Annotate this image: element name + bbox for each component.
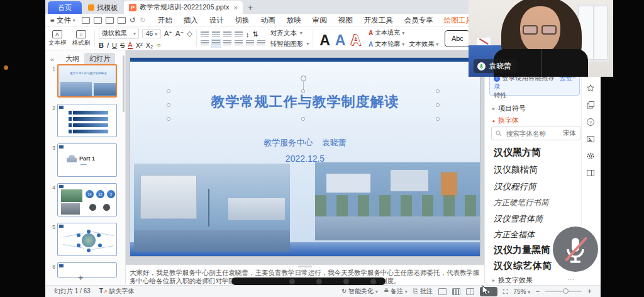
tab-slides[interactable]: 幻灯片 [84, 53, 115, 65]
text-preset-black[interactable]: Abc [445, 30, 470, 47]
menu-item-view[interactable]: 视图 [333, 16, 358, 25]
font-item[interactable]: 方正全福体 [494, 229, 535, 240]
selection-handle[interactable] [301, 117, 305, 121]
sidebar-scrollbar[interactable] [123, 55, 125, 112]
section-text-effects[interactable]: ▸ 换文字效果 [492, 276, 533, 285]
font-item[interactable]: 方正硬笔行书简 [494, 198, 549, 208]
bullet-list-icon[interactable] [201, 31, 209, 38]
zoom-slider-knob[interactable] [563, 288, 569, 294]
superscript-button[interactable]: X² [136, 42, 143, 49]
tab-document[interactable]: P 教学常规培训-20221205.pptx × [124, 1, 243, 14]
meeting-control-bar[interactable] [231, 277, 386, 285]
file-menu[interactable]: ≡ 文件 ▾ [50, 16, 75, 25]
align-center-icon[interactable] [212, 40, 220, 47]
section-change-font[interactable]: ▴ 换字体 [492, 116, 519, 125]
selection-handle[interactable] [167, 89, 170, 93]
menu-item-design[interactable]: 设计 [204, 16, 230, 25]
distribute-icon[interactable] [246, 40, 254, 47]
wordart-style-black[interactable]: A [319, 31, 330, 50]
decrease-font-icon[interactable]: A⁻ [175, 30, 184, 38]
export-icon[interactable] [94, 17, 102, 24]
increase-font-icon[interactable]: A⁺ [164, 30, 172, 38]
bold-button[interactable]: B [99, 42, 104, 49]
text-direction-icon[interactable]: ↕ [246, 31, 250, 38]
print-icon[interactable] [106, 17, 114, 24]
more-options[interactable]: ⋯ [567, 276, 575, 284]
font-color-button[interactable]: A [128, 42, 132, 49]
menu-item-animation[interactable]: 动画 [255, 16, 281, 25]
wordart-style-blue[interactable]: A [335, 31, 346, 50]
columns-icon[interactable] [257, 40, 265, 47]
line-spacing-icon[interactable]: ⇅ [252, 30, 258, 38]
slide-editor[interactable]: 教学常规工作与教学制度解读 教学服务中心 袁晓蕾 2022.12.5 [130, 58, 480, 256]
clear-format-icon[interactable]: ◇ [187, 30, 192, 38]
tab-close-icon[interactable]: × [233, 4, 237, 11]
font-search-box[interactable]: 宋体 [491, 126, 580, 140]
favorite-star-icon[interactable] [586, 84, 595, 92]
italic-button[interactable]: I [107, 42, 109, 49]
subscript-button[interactable]: X₂ [146, 42, 153, 49]
justify-icon[interactable] [235, 40, 243, 47]
strikethrough-button[interactable]: S [120, 42, 125, 49]
menu-item-devtools[interactable]: 开发工具 [358, 16, 399, 25]
slide-thumbnail-5[interactable] [57, 223, 117, 256]
text-fill-button[interactable]: 文本填充 [375, 28, 400, 37]
copy-pages-icon[interactable] [586, 101, 595, 109]
zoom-in-button[interactable]: + [587, 287, 592, 296]
notes-button[interactable]: ≞ 备注 ▾ [384, 287, 408, 296]
meeting-control-dot[interactable] [370, 279, 376, 284]
campus-photo-right[interactable] [315, 162, 480, 240]
missing-fonts-button[interactable]: T↗ 缺失字体 [99, 287, 135, 296]
font-item[interactable]: 汉仪黑方简 [494, 147, 541, 159]
slide-subtitle-text[interactable]: 教学服务中心 袁晓蕾 [130, 137, 480, 148]
add-slide-button[interactable]: + [78, 272, 84, 283]
reader-panel-icon[interactable] [586, 169, 595, 177]
textbox-button[interactable]: A文本框 [45, 27, 69, 50]
notes-resize-handle[interactable] [298, 266, 312, 267]
slide-thumbnail-3[interactable]: Part 1 ▪▪▪▪▪▪ [57, 143, 117, 177]
font-item[interactable]: 汉仪颜楷简 [494, 164, 538, 176]
slide-title-text[interactable]: 教学常规工作与教学制度解读 [130, 92, 480, 111]
selection-handle[interactable] [436, 103, 440, 107]
underline-button[interactable]: U [112, 42, 117, 49]
beautify-button[interactable]: ↻ 智能美化 ▾ [341, 287, 378, 296]
slide-sorter-view-icon[interactable] [452, 288, 460, 295]
text-outline-button[interactable]: 文本轮廓 [375, 40, 400, 48]
wordart-style-red[interactable]: A [350, 31, 361, 50]
font-item[interactable]: 汉仪程行简 [494, 181, 536, 193]
font-search-input[interactable] [505, 129, 559, 138]
section-bullet-symbols[interactable]: ▸ 项目符号 [492, 104, 526, 113]
increase-indent-icon[interactable] [235, 31, 243, 38]
menu-item-slideshow[interactable]: 放映 [281, 16, 307, 25]
menu-item-transition[interactable]: 切换 [230, 16, 255, 25]
font-name-select[interactable]: 微软雅黑▾ [99, 28, 139, 39]
meeting-control-dot[interactable] [289, 279, 295, 284]
font-item[interactable]: 汉仪综艺体简 [494, 260, 552, 272]
collapse-panel-icon[interactable]: « [50, 55, 54, 63]
selection-handle[interactable] [301, 89, 305, 93]
smart-graphic-button[interactable]: 转智能图形 [270, 40, 304, 48]
selection-handle[interactable] [167, 103, 170, 107]
save-icon[interactable] [82, 17, 90, 24]
fit-slide-icon[interactable]: ⛶ [503, 288, 508, 296]
zoom-level[interactable]: 75% ▾ [513, 288, 530, 295]
redo-icon[interactable]: ↻ [140, 16, 146, 25]
campus-photo-left[interactable] [134, 164, 290, 252]
tab-outline[interactable]: 大纲 [65, 54, 79, 64]
comments-button[interactable]: ⎘ 批注 [413, 287, 433, 296]
font-item[interactable]: 汉仪雪君体简 [494, 213, 543, 225]
rotate-handle[interactable] [301, 76, 306, 81]
text-effect-button[interactable]: 文本效果 [409, 40, 434, 48]
webcam-video-tile[interactable]: 袁晓蕾 [469, 0, 613, 77]
tab-home[interactable]: 首页 [48, 1, 82, 14]
tab-templates[interactable]: 找模板 [82, 1, 124, 14]
meeting-control-dot[interactable] [316, 279, 322, 284]
undo-icon[interactable]: ↺ [130, 16, 136, 25]
help-icon[interactable]: ? [586, 118, 595, 126]
format-painter-button[interactable]: ⌂格式刷 [69, 27, 93, 50]
preview-icon[interactable] [118, 17, 126, 24]
highlight-color-icon[interactable]: ⌯ [156, 41, 162, 49]
numbered-list-icon[interactable] [212, 31, 220, 38]
align-right-icon[interactable] [223, 40, 231, 47]
selection-handle[interactable] [167, 117, 170, 121]
